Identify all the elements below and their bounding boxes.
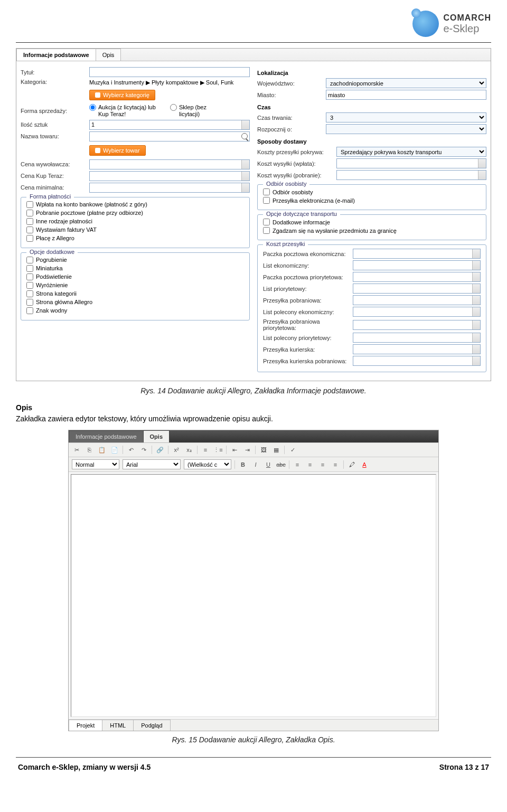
input-cena-kup[interactable] bbox=[89, 171, 250, 181]
btab-projekt[interactable]: Projekt bbox=[69, 720, 102, 731]
strike-icon[interactable]: abc bbox=[276, 460, 286, 469]
chk-pogrubienie[interactable] bbox=[26, 257, 33, 263]
btab-html[interactable]: HTML bbox=[102, 720, 134, 731]
align-justify-icon[interactable]: ≡ bbox=[331, 460, 340, 469]
underline-icon[interactable]: U bbox=[264, 460, 273, 469]
italic-icon[interactable]: I bbox=[251, 460, 260, 469]
input-cena-min[interactable] bbox=[89, 183, 250, 193]
label-koszty-pokrywa: Koszty przesyłki pokrywa: bbox=[257, 149, 336, 155]
btn-wybierz-kategorie[interactable]: Wybierz kategorię bbox=[89, 90, 155, 100]
input-k8[interactable] bbox=[353, 333, 481, 343]
spellcheck-icon[interactable]: ✓ bbox=[288, 445, 297, 455]
chk-odbior-osobisty[interactable] bbox=[263, 188, 270, 195]
input-k6[interactable] bbox=[353, 307, 481, 317]
input-k7[interactable] bbox=[353, 320, 481, 330]
table-icon[interactable]: ▦ bbox=[271, 445, 281, 455]
chk-za-granice[interactable] bbox=[263, 227, 270, 234]
heading-lokalizacja: Lokalizacja bbox=[257, 70, 486, 76]
label-koszt-wplata: Koszt wysyłki (wpłata): bbox=[257, 160, 336, 167]
input-k9[interactable] bbox=[353, 344, 481, 354]
chk-place-allegro[interactable] bbox=[26, 235, 33, 242]
redo-icon[interactable]: ↷ bbox=[139, 445, 148, 455]
text-opis: Zakładka zawiera edytor tekstowy, który … bbox=[16, 414, 273, 423]
radio-sklep[interactable]: Sklep (bez licytacji) bbox=[170, 104, 221, 118]
screenshot-editor: Informacje podstawowe Opis ✂ ⎘ 📋 📄 ↶ ↷ 🔗… bbox=[68, 430, 439, 731]
btn-wybierz-towar[interactable]: Wybierz towar bbox=[89, 145, 146, 156]
link-icon[interactable]: 🔗 bbox=[155, 445, 165, 455]
outdent-icon[interactable]: ⇤ bbox=[230, 445, 239, 455]
chk-przesylka-email[interactable] bbox=[263, 197, 270, 204]
heading-czas: Czas bbox=[257, 104, 486, 110]
font-color-icon[interactable]: A bbox=[360, 460, 369, 469]
paste-icon[interactable]: 📋 bbox=[97, 445, 107, 455]
input-koszt-pobranie[interactable] bbox=[336, 170, 486, 180]
select-czas[interactable]: 3 bbox=[326, 112, 486, 122]
image-icon[interactable]: 🖼 bbox=[259, 445, 268, 455]
input-ilosc[interactable] bbox=[89, 120, 250, 130]
input-tytul[interactable] bbox=[89, 67, 250, 77]
select-rozpocznij[interactable] bbox=[326, 124, 486, 134]
btab-podglad[interactable]: Podgląd bbox=[133, 720, 170, 731]
chk-inne-platnosci[interactable] bbox=[26, 218, 33, 225]
brand-line2: e-Sklep bbox=[443, 23, 491, 34]
screenshot-form-basic: Informacje podstawowe Opis Tytuł: Katego… bbox=[16, 48, 491, 381]
undo-icon[interactable]: ↶ bbox=[126, 445, 136, 455]
cut-icon[interactable]: ✂ bbox=[72, 445, 81, 455]
bold-icon[interactable]: B bbox=[238, 460, 248, 469]
footer-right: Strona 13 z 17 bbox=[439, 763, 489, 771]
select-koszty[interactable]: Sprzedający pokrywa koszty transportu bbox=[336, 147, 486, 157]
chk-strona-kategorii[interactable] bbox=[26, 290, 33, 297]
select-style[interactable]: Normal bbox=[72, 459, 119, 469]
chk-strona-glowna[interactable] bbox=[26, 299, 33, 306]
fieldset-koszt-przesylki: Koszt przesyłki Paczka pocztowa ekonomic… bbox=[257, 244, 486, 372]
label-rozpocznij: Rozpocznij o: bbox=[257, 126, 326, 133]
copy-icon[interactable]: ⎘ bbox=[84, 445, 94, 455]
superscript-icon[interactable]: x² bbox=[172, 445, 181, 455]
chk-wplata-konto[interactable] bbox=[26, 201, 33, 208]
input-k10[interactable] bbox=[353, 356, 481, 366]
label-wojewodztwo: Województwo: bbox=[257, 80, 326, 87]
input-k1[interactable] bbox=[353, 249, 481, 259]
reload-icon bbox=[95, 148, 100, 153]
label-forma: Forma sprzedaży: bbox=[21, 108, 89, 114]
input-k2[interactable] bbox=[353, 260, 481, 270]
ordered-list-icon[interactable]: ≡ bbox=[201, 445, 210, 455]
input-cena-wyw[interactable] bbox=[89, 159, 250, 169]
tab-opis-2[interactable]: Opis bbox=[143, 430, 170, 442]
select-font[interactable]: Arial bbox=[123, 459, 181, 469]
reload-icon bbox=[95, 92, 100, 98]
unordered-list-icon[interactable]: ⋮≡ bbox=[213, 445, 223, 455]
input-miasto[interactable] bbox=[326, 90, 486, 100]
input-k5[interactable] bbox=[353, 295, 481, 305]
indent-icon[interactable]: ⇥ bbox=[242, 445, 252, 455]
brand-line1: COMARCH bbox=[443, 13, 491, 23]
paste-word-icon[interactable]: 📄 bbox=[110, 445, 119, 455]
chk-pobranie[interactable] bbox=[26, 210, 33, 216]
chk-miniaturka[interactable] bbox=[26, 265, 33, 272]
label-nazwa-towaru: Nazwa towaru: bbox=[21, 133, 89, 139]
input-k4[interactable] bbox=[353, 284, 481, 294]
tab-opis[interactable]: Opis bbox=[96, 49, 121, 61]
align-right-icon[interactable]: ≡ bbox=[318, 460, 327, 469]
input-nazwa-towaru[interactable] bbox=[89, 131, 250, 141]
tab-info-2[interactable]: Informacje podstawowe bbox=[69, 430, 144, 442]
align-center-icon[interactable]: ≡ bbox=[305, 460, 315, 469]
chk-faktury-vat[interactable] bbox=[26, 226, 33, 233]
subscript-icon[interactable]: x₂ bbox=[184, 445, 194, 455]
align-left-icon[interactable]: ≡ bbox=[293, 460, 302, 469]
input-k3[interactable] bbox=[353, 272, 481, 282]
radio-aukcja[interactable]: Aukcja (z licytacją) lub Kup Teraz! bbox=[89, 104, 162, 118]
select-wojewodztwo[interactable]: zachodniopomorskie bbox=[326, 78, 486, 88]
search-icon[interactable] bbox=[241, 133, 248, 139]
fieldset-odbior: Odbiór osobisty Odbiór osobisty Przesyłk… bbox=[257, 184, 486, 210]
chk-podswietlenie[interactable] bbox=[26, 273, 33, 280]
tab-informacje[interactable]: Informacje podstawowe bbox=[16, 49, 96, 61]
chk-wyroznienie[interactable] bbox=[26, 282, 33, 289]
label-cena-wyw: Cena wywoławcza: bbox=[21, 161, 89, 167]
highlight-icon[interactable]: 🖍 bbox=[347, 460, 356, 469]
editor-textarea[interactable] bbox=[71, 474, 436, 717]
chk-dodatkowe-info[interactable] bbox=[263, 219, 270, 225]
select-size[interactable]: (Wielkość c bbox=[184, 459, 231, 469]
input-koszt-wplata[interactable] bbox=[336, 158, 486, 168]
chk-znak-wodny[interactable] bbox=[26, 307, 33, 314]
